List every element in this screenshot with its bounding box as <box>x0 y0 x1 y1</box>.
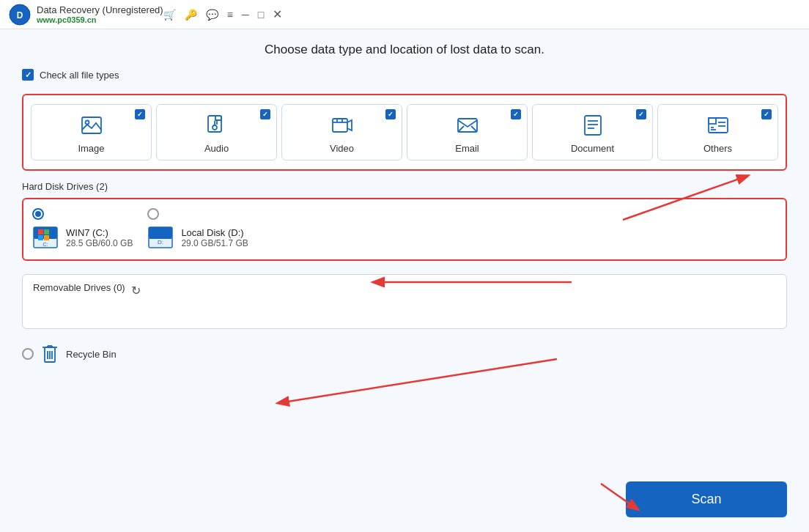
minimize-icon[interactable]: ─ <box>242 9 249 21</box>
drive-d-info: D: Local Disk (D:) 29.0 GB/51.7 GB <box>147 224 248 251</box>
removable-section-header: Removable Drives (0) <box>33 282 125 293</box>
others-icon <box>705 112 731 138</box>
maximize-icon[interactable]: □ <box>258 9 264 21</box>
image-checkbox[interactable] <box>135 109 145 119</box>
drive-c-icon: C: <box>32 224 59 251</box>
file-type-document[interactable]: Document <box>532 104 653 160</box>
close-icon[interactable]: ✕ <box>273 7 282 21</box>
check-all-row: Check all file types <box>22 69 787 81</box>
svg-text:C:: C: <box>43 242 48 247</box>
drive-d-size: 29.0 GB/51.7 GB <box>181 238 248 248</box>
removable-section: Removable Drives (0) ↻ <box>22 274 787 329</box>
key-icon[interactable]: 🔑 <box>185 9 197 21</box>
recycle-bin-icon <box>41 344 59 364</box>
svg-rect-30 <box>38 235 43 240</box>
document-label: Document <box>571 143 614 154</box>
file-types-section: Image ♪ Audio <box>22 94 787 171</box>
audio-label: Audio <box>204 143 229 154</box>
menu-icon[interactable]: ≡ <box>227 9 233 21</box>
drive-c-info: C: WIN7 (C:) 28.5 GB/60.0 GB <box>32 224 133 251</box>
drive-c-details: WIN7 (C:) 28.5 GB/60.0 GB <box>66 227 133 248</box>
others-checkbox[interactable] <box>761 109 772 119</box>
svg-rect-20 <box>709 118 728 133</box>
video-icon <box>329 112 355 138</box>
video-checkbox[interactable] <box>385 109 396 119</box>
refresh-icon[interactable]: ↻ <box>131 284 141 298</box>
drive-d[interactable]: D: Local Disk (D:) 29.0 GB/51.7 GB <box>147 208 248 251</box>
email-label: Email <box>455 143 479 154</box>
app-logo: D <box>9 4 31 26</box>
video-label: Video <box>330 143 354 154</box>
hdd-section-header: Hard Disk Drives (2) <box>22 181 787 192</box>
svg-text:D: D <box>17 10 23 21</box>
svg-text:D:: D: <box>158 239 163 245</box>
file-type-video[interactable]: Video <box>281 104 402 160</box>
audio-icon: ♪ <box>204 112 230 138</box>
drive-c-radio[interactable] <box>32 208 44 220</box>
document-icon <box>580 112 606 138</box>
email-checkbox[interactable] <box>511 109 521 119</box>
app-website: www.pc0359.cn <box>37 15 163 24</box>
others-label: Others <box>703 143 732 154</box>
svg-point-5 <box>213 125 217 130</box>
cart-icon[interactable]: 🛒 <box>163 9 176 21</box>
recycle-radio[interactable] <box>22 348 34 360</box>
drive-d-details: Local Disk (D:) 29.0 GB/51.7 GB <box>181 227 248 248</box>
main-content: Choose data type and location of lost da… <box>0 29 809 532</box>
removable-header: Removable Drives (0) ↻ <box>33 282 776 299</box>
drives-section: C: WIN7 (C:) 28.5 GB/60.0 GB <box>22 198 787 261</box>
app-title: Data Recovery (Unregistered) <box>37 4 163 15</box>
drive-c-size: 28.5 GB/60.0 GB <box>66 238 133 248</box>
removable-wrapper: Removable Drives (0) ↻ <box>22 274 787 329</box>
email-icon <box>454 112 481 138</box>
svg-rect-31 <box>44 235 49 240</box>
file-type-audio[interactable]: ♪ Audio <box>156 104 277 160</box>
image-icon <box>78 112 105 138</box>
title-bar: D Data Recovery (Unregistered) www.pc035… <box>0 0 809 29</box>
document-checkbox[interactable] <box>636 109 646 119</box>
drive-d-radio[interactable] <box>147 208 159 220</box>
audio-checkbox[interactable] <box>260 109 270 119</box>
check-all-checkbox[interactable] <box>22 69 34 81</box>
file-type-image[interactable]: Image <box>31 104 152 160</box>
svg-text:♪: ♪ <box>219 128 222 134</box>
svg-rect-29 <box>44 229 49 234</box>
page-title: Choose data type and location of lost da… <box>22 43 787 57</box>
drive-d-name: Local Disk (D:) <box>181 227 248 238</box>
drive-d-icon: D: <box>147 224 174 251</box>
file-type-email[interactable]: Email <box>407 104 528 160</box>
drives-grid: C: WIN7 (C:) 28.5 GB/60.0 GB <box>32 208 777 251</box>
svg-rect-9 <box>333 119 347 132</box>
image-label: Image <box>78 143 104 154</box>
chat-icon[interactable]: 💬 <box>206 9 218 21</box>
recycle-bin-label: Recycle Bin <box>66 349 117 360</box>
svg-line-15 <box>471 126 477 132</box>
svg-point-3 <box>85 121 89 125</box>
file-type-others[interactable]: Others <box>657 104 778 160</box>
drive-c[interactable]: C: WIN7 (C:) 28.5 GB/60.0 GB <box>32 208 133 251</box>
file-types-grid: Image ♪ Audio <box>31 104 778 160</box>
svg-rect-16 <box>585 116 601 135</box>
check-all-label: Check all file types <box>40 70 119 81</box>
recycle-section: Recycle Bin <box>22 341 787 367</box>
window-controls: 🛒 🔑 💬 ≡ ─ □ ✕ <box>163 7 283 21</box>
drive-c-name: WIN7 (C:) <box>66 227 133 238</box>
svg-rect-28 <box>38 229 43 234</box>
svg-rect-34 <box>149 227 172 239</box>
hdd-wrapper: Hard Disk Drives (2) <box>22 181 787 261</box>
drive-d-radio-row <box>147 208 159 220</box>
drive-c-radio-row <box>32 208 44 220</box>
scan-button[interactable]: Scan <box>626 481 787 517</box>
svg-line-14 <box>458 126 464 132</box>
svg-rect-21 <box>709 118 716 124</box>
